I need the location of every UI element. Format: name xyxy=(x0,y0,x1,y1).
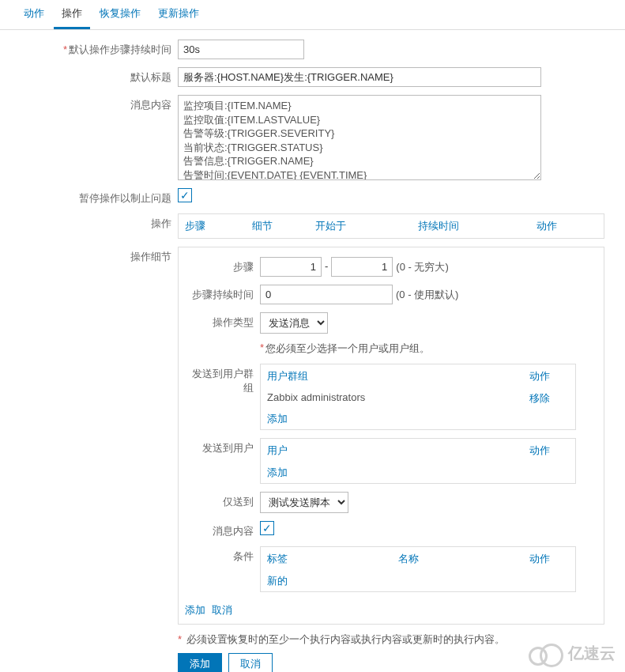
group-row-name: Zabbix administrators xyxy=(267,391,529,406)
step-hint: (0 - 无穷大) xyxy=(393,257,448,274)
cond-col-label: 标签 xyxy=(267,552,398,566)
checkbox-msg-content[interactable]: ✓ xyxy=(260,521,274,535)
user-add-link[interactable]: 添加 xyxy=(267,466,288,480)
select-only-send[interactable]: 测试发送脚本 xyxy=(260,492,348,513)
operation-detail-box: 步骤 - (0 - 无穷大) 步骤持续时间 (0 - 使用默认) 操作类型 发送… xyxy=(178,247,604,625)
ops-col-duration: 持续时间 xyxy=(418,219,537,233)
label-default-title: 默认标题 xyxy=(16,67,178,85)
label-send-group: 发送到用户群组 xyxy=(185,364,260,395)
ops-col-detail: 细节 xyxy=(252,219,315,233)
required-marker: * xyxy=(63,43,67,55)
user-col-action: 动作 xyxy=(529,444,569,458)
tab-operation[interactable]: 操作 xyxy=(54,0,90,29)
label-msg-content: 消息内容 xyxy=(185,521,260,538)
required-user-note: 您必须至少选择一个用户或用户组。 xyxy=(265,342,430,356)
ops-col-step: 步骤 xyxy=(185,219,252,233)
tab-action[interactable]: 动作 xyxy=(16,0,52,29)
label-step-duration: 默认操作步骤持续时间 xyxy=(69,43,171,55)
label-operations: 操作 xyxy=(16,213,178,231)
cancel-button[interactable]: 取消 xyxy=(228,653,273,672)
label-op-type: 操作类型 xyxy=(185,312,260,330)
input-step-from[interactable] xyxy=(260,257,322,277)
tab-recovery[interactable]: 恢复操作 xyxy=(92,0,149,29)
label-send-user: 发送到用户 xyxy=(185,438,260,455)
input-step-dur[interactable] xyxy=(260,285,393,304)
detail-add-link[interactable]: 添加 xyxy=(185,604,205,616)
tab-update[interactable]: 更新操作 xyxy=(150,0,207,29)
user-group-table: 用户群组 动作 Zabbix administrators 移除 添加 xyxy=(260,364,576,430)
required-marker: * xyxy=(178,633,182,645)
select-op-type[interactable]: 发送消息 xyxy=(260,312,328,334)
checkbox-pause[interactable]: ✓ xyxy=(178,188,192,202)
group-add-link[interactable]: 添加 xyxy=(267,412,288,426)
label-op-detail: 操作细节 xyxy=(16,247,178,264)
label-step: 步骤 xyxy=(185,257,260,274)
user-table: 用户 动作 添加 xyxy=(260,438,576,484)
step-dur-hint: (0 - 使用默认) xyxy=(393,285,458,302)
group-row-remove[interactable]: 移除 xyxy=(529,391,569,406)
ops-col-start: 开始于 xyxy=(315,219,418,233)
input-step-to[interactable] xyxy=(331,257,393,277)
cond-col-name: 名称 xyxy=(398,552,529,566)
label-pause: 暂停操作以制止问题 xyxy=(16,188,178,206)
required-marker: * xyxy=(260,342,264,353)
input-step-duration[interactable] xyxy=(178,40,304,59)
label-only-send: 仅送到 xyxy=(185,492,260,509)
input-default-title[interactable] xyxy=(178,67,541,87)
ops-col-action: 动作 xyxy=(537,219,597,233)
label-condition: 条件 xyxy=(185,546,260,564)
condition-table: 标签 名称 动作 新的 xyxy=(260,546,576,592)
cond-col-action: 动作 xyxy=(529,552,569,566)
required-recovery-note: 必须设置恢复时的至少一个执行内容或执行内容或更新时的执行内容。 xyxy=(186,633,505,645)
detail-cancel-link[interactable]: 取消 xyxy=(212,604,232,616)
group-col-group: 用户群组 xyxy=(267,369,529,383)
user-col-user: 用户 xyxy=(267,444,529,458)
add-button[interactable]: 添加 xyxy=(178,653,222,672)
group-col-action: 动作 xyxy=(529,369,569,383)
dash-sep: - xyxy=(322,257,331,275)
operations-table: 步骤 细节 开始于 持续时间 动作 xyxy=(178,213,604,239)
label-message-content: 消息内容 xyxy=(16,95,178,112)
textarea-message-content[interactable] xyxy=(178,95,541,180)
cond-new-link[interactable]: 新的 xyxy=(267,574,288,588)
label-step-dur: 步骤持续时间 xyxy=(185,285,260,302)
